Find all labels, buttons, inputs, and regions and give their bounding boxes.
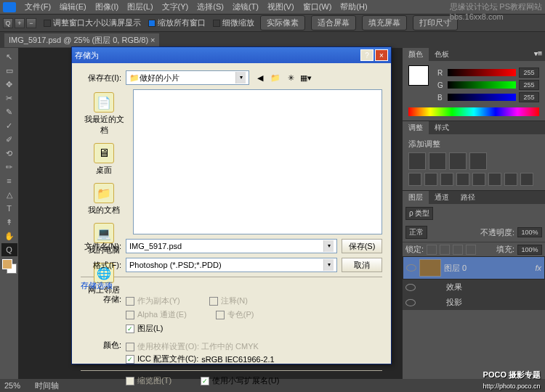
adj-preset[interactable] [469,152,487,170]
tab-paths[interactable]: 路径 [455,191,481,204]
color-swatch[interactable] [2,259,17,274]
document-tab[interactable]: IMG_5917.psd @ 25% (图层 0, RGB/8) × [4,33,159,47]
new-folder-icon[interactable]: ✳ [284,71,297,84]
r-slider[interactable] [448,69,516,76]
menu-image[interactable]: 图像(I) [91,0,123,14]
menu-window[interactable]: 窗口(W) [299,0,336,14]
back-icon[interactable]: ◀ [254,71,267,84]
zoom-level[interactable]: 25% [4,381,20,390]
move-tool[interactable]: ↖ [1,50,17,63]
fill-input[interactable] [517,245,542,255]
menu-type[interactable]: 文字(Y) [158,0,193,14]
chk-as-copy[interactable] [126,297,134,306]
cancel-button[interactable]: 取消 [342,258,382,272]
app-logo[interactable] [3,2,16,12]
b-value[interactable]: 255 [519,92,539,102]
opacity-input[interactable] [517,227,542,237]
menu-layer[interactable]: 图层(L) [123,0,157,14]
heal-tool[interactable]: ✓ [1,119,17,132]
chevron-down-icon[interactable]: ▾ [235,72,246,83]
g-value[interactable]: 255 [519,80,539,90]
adj-icon[interactable] [472,173,485,186]
adj-icon[interactable] [504,173,517,186]
tab-channels[interactable]: 通道 [429,191,455,204]
place-desktop[interactable]: 🖥桌面 [81,140,127,179]
tab-styles[interactable]: 样式 [429,121,455,134]
spectrum-bar[interactable] [408,107,539,116]
zoom-out-icon[interactable]: − [26,18,36,28]
adj-icon[interactable] [520,173,533,186]
hand-tool[interactable]: ✋ [1,229,17,242]
close-button[interactable]: × [375,49,388,61]
chk-layers[interactable]: ✓ [126,324,134,333]
path-tool[interactable]: ↟ [1,216,17,229]
panel-menu-icon[interactable]: ▾≡ [534,49,542,57]
blend-mode[interactable]: 正常 [405,226,427,239]
zoom-tool[interactable]: Q [1,243,17,256]
timeline-label[interactable]: 时间轴 [35,380,59,391]
filename-input[interactable]: IMG_5917.psd▾ [126,239,337,253]
layer-thumbnail[interactable] [419,259,441,277]
place-computer[interactable]: 💻我的电脑 [81,220,127,258]
adj-icon[interactable] [440,173,453,186]
gradient-tool[interactable]: ≡ [1,174,17,187]
save-in-combo[interactable]: 📁 做好的小片▾ [126,70,249,85]
tab-color[interactable]: 颜色 [403,48,429,61]
menu-edit[interactable]: 编辑(E) [55,0,91,14]
file-list[interactable] [133,89,382,234]
menu-view[interactable]: 视图(V) [263,0,299,14]
tab-layers[interactable]: 图层 [403,191,429,204]
foreground-color[interactable] [408,65,429,86]
brush-tool[interactable]: ✐ [1,133,17,146]
pen-tool[interactable]: △ [1,188,17,201]
lock-position-icon[interactable] [453,245,463,255]
chevron-down-icon[interactable]: ▾ [323,240,334,252]
btn-actual-pixels[interactable]: 实际像素 [260,15,305,30]
marquee-tool[interactable]: ▭ [1,64,17,77]
place-recent[interactable]: 📄我最近的文档 [81,89,127,139]
chk-lowercase[interactable]: ✓ [201,377,209,385]
tab-swatches[interactable]: 色板 [429,48,455,61]
visibility-icon[interactable] [405,299,416,306]
g-slider[interactable] [448,81,516,89]
lock-pixels-icon[interactable] [440,245,450,255]
adj-preset[interactable] [429,152,446,170]
eraser-tool[interactable]: ✏ [1,160,17,173]
adj-preset[interactable] [449,152,467,170]
chk-resize[interactable] [44,20,51,27]
btn-fill-screen[interactable]: 填充屏幕 [362,15,407,30]
up-icon[interactable]: 📁 [269,71,282,84]
eyedropper-tool[interactable]: ✎ [1,105,17,118]
layer-row[interactable]: 图层 0 fx [403,256,545,279]
visibility-icon[interactable] [405,284,416,291]
chevron-down-icon[interactable]: ▾ [323,259,334,271]
btn-fit-screen[interactable]: 适合屏幕 [311,15,356,30]
dialog-titlebar[interactable]: 存储为 ? × [72,47,391,63]
save-button[interactable]: 保存(S) [342,239,382,253]
views-icon[interactable]: ▦▾ [299,71,312,84]
layer-effect-row[interactable]: 效果 [403,279,545,295]
place-documents[interactable]: 📁我的文档 [81,180,127,219]
r-value[interactable]: 255 [519,68,539,78]
help-button[interactable]: ? [360,49,374,61]
lock-all-icon[interactable] [466,245,476,255]
menu-filter[interactable]: 滤镜(T) [228,0,263,14]
menu-file[interactable]: 文件(F) [20,0,55,14]
tab-adjustments[interactable]: 调整 [403,121,429,134]
format-combo[interactable]: Photoshop (*.PSD;*.PDD)▾ [126,258,337,272]
crop-tool[interactable]: ✂ [1,91,17,105]
zoom-in-icon[interactable]: + [15,18,25,28]
lasso-tool[interactable]: ✥ [1,78,17,91]
zoom-tool-icon[interactable]: Q [3,18,13,28]
chk-icc[interactable]: ✓ [126,355,134,364]
tab-close-icon[interactable]: × [150,36,155,44]
adj-icon[interactable] [456,173,469,186]
stamp-tool[interactable]: ⟲ [1,147,17,160]
menu-help[interactable]: 帮助(H) [336,0,371,14]
chk-scrubby[interactable] [213,20,220,27]
adj-preset[interactable] [408,152,426,170]
chk-all-windows[interactable] [148,20,156,27]
visibility-icon[interactable] [406,264,416,271]
adj-icon[interactable] [488,173,501,186]
layer-effect-row[interactable]: 投影 [403,295,545,310]
